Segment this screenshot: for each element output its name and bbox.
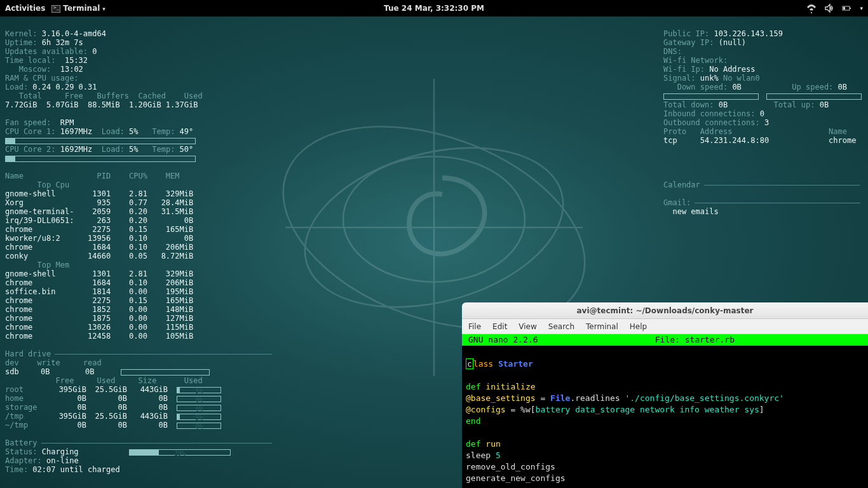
code-kw-class: lass bbox=[473, 359, 498, 369]
chevron-down-icon[interactable]: ▾ bbox=[860, 5, 863, 11]
code-var-configs: @configs bbox=[466, 405, 510, 414]
code-def: def bbox=[466, 382, 485, 391]
conky-right-panel: Public IP: 103.226.143.159 Gateway IP: (… bbox=[663, 20, 860, 216]
battery-icon[interactable] bbox=[842, 3, 852, 13]
process-row: chrome 2275 0.15 165MiB bbox=[5, 225, 272, 234]
clock[interactable]: Tue 24 Mar, 3:32:30 PM bbox=[384, 4, 484, 13]
hdd-row: sdb0B0B bbox=[5, 367, 210, 376]
code-close: ] bbox=[759, 405, 764, 414]
fs-bar: 0% bbox=[177, 396, 221, 402]
kernel-value: 3.16.0-4-amd64 bbox=[42, 29, 106, 38]
terminal-titlebar[interactable]: avi@tecmint: ~/Downloads/conky-master bbox=[462, 302, 868, 319]
batt-adapter: on-line bbox=[46, 456, 79, 465]
top-cpu-title: Top Cpu bbox=[5, 180, 69, 189]
svg-rect-1 bbox=[850, 8, 851, 9]
load-label: Load: bbox=[5, 83, 32, 92]
conn-row: tcp 54.231.244.8:80 chrome bbox=[663, 136, 856, 145]
fs-row: home0B0B0B 0% bbox=[5, 394, 272, 403]
code-end1: end bbox=[466, 416, 480, 426]
svg-rect-2 bbox=[843, 7, 845, 10]
menu-terminal[interactable]: Terminal bbox=[586, 322, 618, 331]
menu-help[interactable]: Help bbox=[630, 322, 647, 331]
menu-view[interactable]: View bbox=[519, 322, 536, 331]
terminal-window[interactable]: avi@tecmint: ~/Downloads/conky-master Fi… bbox=[462, 302, 868, 488]
pubip-value: 103.226.143.159 bbox=[714, 29, 782, 38]
code-symbols: battery data_storage network info weathe… bbox=[536, 405, 759, 414]
fan-label: Fan speed: bbox=[5, 118, 60, 127]
code-def2: def bbox=[466, 439, 485, 449]
code-var-base: @base_settings bbox=[466, 393, 540, 403]
cpu1-temp: 49° bbox=[180, 127, 194, 136]
code-eq2: = bbox=[510, 405, 520, 414]
cpu1-load: 5% bbox=[129, 127, 138, 136]
process-row: soffice.bin 1814 0.00 195MiB bbox=[5, 287, 272, 296]
terminal-menubar: File Edit View Search Terminal Help bbox=[462, 319, 868, 334]
dns-label: DNS: bbox=[663, 47, 682, 56]
batt-time: 02:07 until charged bbox=[32, 465, 119, 474]
process-row: chrome 1684 0.10 206MiB bbox=[5, 243, 272, 252]
fs-bar: 0% bbox=[177, 423, 221, 429]
signal-value: unk% bbox=[700, 74, 723, 83]
conky-left-panel: Kernel: 3.16.0-4-amd64 Uptime: 6h 32m 7s… bbox=[5, 20, 272, 474]
wifi-icon[interactable] bbox=[806, 3, 817, 13]
process-row: chrome 1852 0.00 148MiB bbox=[5, 305, 272, 314]
code-method-run: run bbox=[485, 439, 500, 449]
battery-pct: 29% bbox=[174, 449, 186, 458]
terminal-content[interactable]: GNU nano 2.2.6 File: starter.rb class St… bbox=[462, 334, 868, 485]
wifi-ip-label: Wi-fi Ip: bbox=[663, 65, 709, 74]
fs-header: Free Used Size Used bbox=[5, 376, 203, 385]
moscow-value: 13:02 bbox=[60, 65, 83, 74]
load-value: 0.24 0.29 0.31 bbox=[32, 83, 97, 92]
gateway-label: Gateway IP: bbox=[663, 38, 719, 47]
signal-extra: No wlan0 bbox=[723, 74, 760, 83]
down-bar bbox=[663, 93, 759, 100]
top-mem-title: Top Mem bbox=[5, 261, 69, 269]
totup-value: 0B bbox=[820, 100, 829, 109]
cpu1-mhz: 1697MHz bbox=[60, 127, 93, 136]
fs-row: root395GiB25.5GiB443GiB 5% bbox=[5, 385, 272, 394]
cpu2-temp-label: Temp: bbox=[152, 145, 179, 154]
menu-file[interactable]: File bbox=[468, 322, 481, 331]
process-row: chrome 2275 0.15 165MiB bbox=[5, 296, 272, 305]
pubip-label: Public IP: bbox=[663, 29, 714, 38]
cpu2-bar bbox=[5, 156, 196, 162]
activities-button[interactable]: Activities bbox=[5, 4, 45, 13]
process-row: chrome 12458 0.00 105MiB bbox=[5, 332, 272, 341]
menu-search[interactable]: Search bbox=[548, 322, 574, 331]
fs-bar: 5% bbox=[177, 414, 221, 420]
updates-label: Updates available: bbox=[5, 47, 92, 56]
hdd-title: Hard drive bbox=[5, 349, 51, 358]
svg-point-4 bbox=[287, 121, 581, 334]
inbound-label: Inbound connections: bbox=[663, 109, 760, 118]
gmail-new: new emails bbox=[663, 207, 719, 216]
proc-header: Name PID CPU% MEM bbox=[5, 172, 180, 180]
battery-title: Battery bbox=[5, 438, 37, 447]
mem-row: 7.72GiB 5.07GiB 88.5MiB 1.20GiB 1.37GiB bbox=[5, 100, 198, 109]
process-row: Xorg 935 0.77 28.4MiB bbox=[5, 198, 272, 207]
cpu1-bar bbox=[5, 138, 196, 144]
code-generate: generate_new_configs bbox=[466, 473, 566, 483]
time-local-value: 15:32 bbox=[65, 56, 88, 65]
volume-icon[interactable] bbox=[824, 3, 834, 13]
cpu2-mhz: 1692MHz bbox=[60, 145, 93, 154]
battery-bar: 29% bbox=[129, 449, 231, 456]
nano-app: GNU nano 2.2.6 bbox=[468, 334, 538, 346]
svg-point-5 bbox=[343, 156, 525, 282]
hdd-header: dev write read bbox=[5, 358, 102, 367]
nano-editor[interactable]: class Starter def initialize @base_setti… bbox=[462, 346, 868, 485]
process-row: gnome-shell 1301 2.81 329MiB bbox=[5, 269, 272, 278]
fs-row: storage0B0B0B 0% bbox=[5, 403, 272, 412]
moscow-label: Moscow: bbox=[5, 65, 60, 74]
uptime-value: 6h 32m 7s bbox=[42, 38, 83, 47]
wifi-net-label: Wi-fi Network: bbox=[663, 56, 728, 65]
down-value: 0B bbox=[732, 83, 741, 92]
active-app-menu[interactable]: Terminal bbox=[51, 4, 105, 13]
nano-file: File: starter.rb bbox=[655, 334, 735, 346]
process-row: chrome 1875 0.00 127MiB bbox=[5, 314, 272, 323]
outbound-label: Outbound connections: bbox=[663, 118, 764, 127]
process-row: irq/39-DLL0651: 263 0.20 0B bbox=[5, 216, 272, 225]
menu-edit[interactable]: Edit bbox=[492, 322, 507, 331]
fs-bar: 0% bbox=[177, 405, 221, 411]
inbound-value: 0 bbox=[760, 109, 764, 118]
process-row: chrome 13026 0.00 115MiB bbox=[5, 323, 272, 332]
